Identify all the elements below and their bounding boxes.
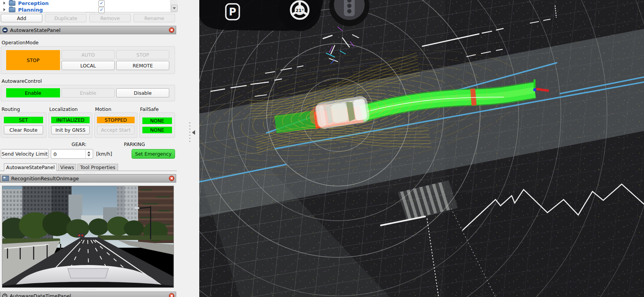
failsafe-status-2: NONE: [142, 127, 172, 133]
spin-up-icon[interactable]: [87, 151, 90, 153]
hedge-right: [98, 235, 174, 240]
roof: [331, 102, 349, 123]
tree-item-label: Perception: [18, 0, 48, 6]
disable-control-button[interactable]: Disable: [116, 88, 169, 97]
collapse-left-icon[interactable]: [192, 130, 195, 135]
remove-button: Remove: [89, 14, 131, 22]
scene-canvas[interactable]: P 21°: [199, 0, 644, 297]
close-panel-button[interactable]: [169, 293, 174, 297]
recognition-panel-header[interactable]: RecognitionResultOnImage: [0, 174, 176, 183]
localization-label: Localization: [49, 106, 78, 112]
tree-item-label: Planning: [18, 7, 43, 13]
autoware-logo-icon: [2, 27, 8, 33]
autoware-control-label: AutowareControl: [2, 78, 42, 84]
routing-label: Routing: [2, 106, 20, 112]
routing-status: SET: [4, 117, 43, 123]
failsafe-status-1: NONE: [142, 117, 172, 124]
rename-button: Rename: [133, 14, 175, 22]
image-icon: [2, 176, 9, 181]
duplicate-button: Duplicate: [45, 14, 87, 22]
expand-caret-icon[interactable]: [3, 8, 5, 11]
visibility-checkbox[interactable]: ✓: [98, 0, 105, 7]
close-panel-button[interactable]: [169, 27, 174, 33]
velocity-input[interactable]: [53, 150, 83, 158]
scroll-down-button[interactable]: [171, 5, 178, 12]
spinbox-arrows[interactable]: [85, 150, 92, 158]
failsafe-label: FailSafe: [140, 106, 158, 112]
pointcloud-noise-color: [199, 0, 644, 297]
panel-title: RecognitionResultOnImage: [11, 176, 79, 181]
panel-title: AutowareStatePanel: [10, 27, 60, 33]
tab-views[interactable]: Views: [58, 164, 76, 171]
steering-angle-value: 21°: [296, 8, 304, 13]
set-emergency-button[interactable]: Set Emergency: [132, 149, 175, 159]
folder-icon: [9, 1, 15, 6]
parking-label: PARKING: [124, 141, 145, 147]
motion-status: STOPPED: [97, 117, 135, 123]
panel-splitter[interactable]: [189, 0, 199, 297]
motion-label: Motion: [95, 106, 111, 112]
remote-mode-button[interactable]: REMOTE: [116, 61, 169, 70]
camera-image: [2, 186, 174, 287]
auto-mode-button: AUTO: [62, 50, 115, 59]
tab-autoware-state-panel[interactable]: AutowareStatePanel: [4, 163, 57, 171]
operation-mode-label: OperationMode: [2, 40, 38, 45]
failsafe-group: [139, 112, 175, 138]
tree-scrollbar[interactable]: [170, 0, 177, 12]
operation-mode-status: STOP: [6, 50, 60, 70]
stop-mode-button: STOP: [116, 50, 169, 59]
close-panel-button[interactable]: [169, 176, 174, 181]
datetime-panel-header[interactable]: AutowareDateTimePanel: [0, 292, 176, 297]
clear-route-button[interactable]: Clear Route: [4, 126, 43, 134]
autoware-state-panel-header[interactable]: AutowareStatePanel: [0, 26, 176, 34]
splitter-grip[interactable]: [189, 122, 190, 144]
gear-label: GEAR:: [72, 141, 87, 147]
expand-caret-icon[interactable]: [3, 2, 5, 5]
send-velocity-limit-button[interactable]: Send Velocity Limit: [1, 149, 48, 159]
rviz-3d-viewport[interactable]: P 21°: [199, 0, 644, 297]
velocity-spinbox[interactable]: [51, 149, 93, 159]
tree-item-perception[interactable]: Perception ✓: [0, 0, 177, 6]
panel-title: AutowareDateTimePanel: [10, 293, 71, 297]
autoware-control-status: Enable: [6, 88, 60, 97]
velocity-unit-label: [km/h]: [96, 151, 112, 157]
spin-down-icon[interactable]: [87, 154, 90, 156]
local-mode-button[interactable]: LOCAL: [62, 61, 115, 70]
enable-control-button: Enable: [62, 88, 115, 97]
recognition-camera-view: [2, 186, 174, 288]
init-by-gnss-button[interactable]: Init by GNSS: [51, 126, 90, 134]
rviz-left-panel: Perception ✓ Planning ✓ ······ Add Dupli…: [0, 0, 189, 297]
svg-text:P: P: [229, 6, 236, 18]
splitter-handle[interactable]: ······: [79, 288, 102, 292]
folder-icon: [9, 7, 15, 12]
localization-status: INITIALIZED: [51, 117, 90, 123]
accept-start-button: Accept Start: [97, 126, 135, 134]
tab-tool-properties[interactable]: Tool Properties: [77, 164, 118, 171]
clock-icon: [2, 294, 7, 297]
add-button[interactable]: Add: [1, 14, 42, 22]
